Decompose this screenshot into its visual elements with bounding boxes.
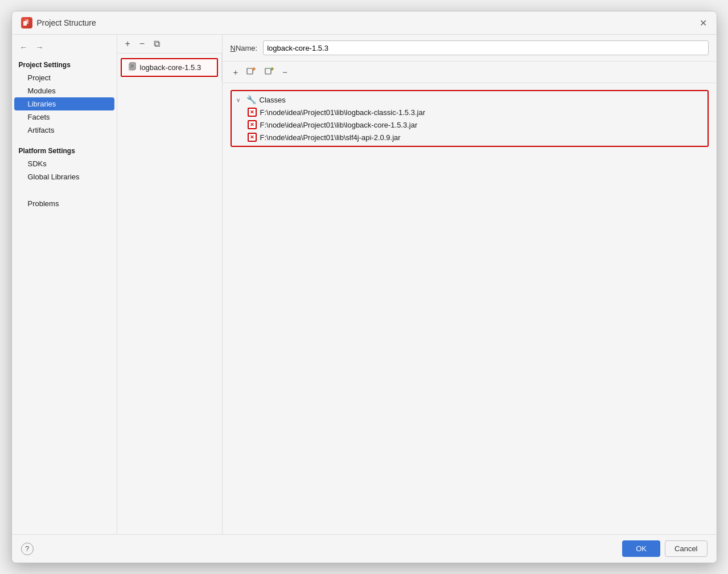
jar-entry-2[interactable]: ✕ F:\node\idea\Project01\lib\slf4j-api-2… [245,131,705,144]
jar-entry-0[interactable]: ✕ F:\node\idea\Project01\lib\logback-cla… [245,106,705,118]
split-container: + − ⧉ [117,35,717,534]
project-structure-dialog: Project Structure ✕ ← → Project Settings… [11,11,717,563]
classes-label: Classes [260,96,286,104]
content-area: NName: + [223,35,717,534]
dialog-title: Project Structure [37,18,96,27]
jar-entry-1[interactable]: ✕ F:\node\idea\Project01\lib\logback-cor… [245,118,705,131]
help-button[interactable]: ? [21,543,34,555]
sidebar-nav: ← → [12,39,117,58]
library-item-logback-core[interactable]: logback-core-1.5.3 [121,58,218,77]
sidebar-item-facets[interactable]: Facets [12,110,117,124]
expand-chevron: ∨ [236,97,243,103]
remove-library-button[interactable]: − [136,38,148,50]
close-button[interactable]: ✕ [700,19,708,27]
sidebar-item-artifacts[interactable]: Artifacts [12,124,117,137]
back-button[interactable]: ← [18,42,30,53]
sidebar-item-libraries[interactable]: Libraries [14,97,114,110]
name-label: NName: [231,44,258,52]
add-library-button[interactable]: + [122,38,134,50]
tree-area: ∨ 🔧 Classes ✕ F:\node\idea\Project01\lib… [223,83,717,534]
jar-icon-0: ✕ [248,108,257,117]
classes-node[interactable]: ∨ 🔧 Classes [234,93,705,106]
classes-children: ✕ F:\node\idea\Project01\lib\logback-cla… [234,106,705,144]
bottom-bar: ? OK Cancel [12,534,717,563]
action-buttons: OK Cancel [622,540,707,557]
jar-path-0: F:\node\idea\Project01\lib\logback-class… [260,108,425,117]
copy-library-button[interactable]: ⧉ [150,38,163,50]
title-left: Project Structure [21,17,96,28]
ok-button[interactable]: OK [622,540,660,557]
name-input[interactable] [263,40,708,55]
forward-button[interactable]: → [34,42,46,53]
jar-path-1: F:\node\idea\Project01\lib\logback-core-… [260,121,418,129]
add-native-button[interactable] [261,65,277,79]
jar-icon-1: ✕ [248,120,257,129]
sidebar-item-project[interactable]: Project [12,71,117,84]
remove-entry-button[interactable]: − [279,66,290,78]
jar-icon-2: ✕ [248,133,257,142]
right-panel: + − ⧉ [117,35,717,534]
add-classes-button[interactable] [243,65,259,79]
svg-rect-8 [247,68,253,74]
classes-icon: 🔧 [246,95,256,104]
title-bar: Project Structure ✕ [12,11,717,35]
name-label-text: N [231,44,236,52]
classes-section: ∨ 🔧 Classes ✕ F:\node\idea\Project01\lib… [231,90,709,147]
library-item-name: logback-core-1.5.3 [140,63,201,72]
svg-rect-11 [265,68,271,74]
project-settings-header: Project Settings [12,58,117,71]
sidebar-item-sdks[interactable]: SDKs [12,157,117,170]
jar-path-2: F:\node\idea\Project01\lib\slf4j-api-2.0… [260,133,401,142]
left-toolbar: + − ⧉ [117,35,222,54]
platform-settings-header: Platform Settings [12,144,117,157]
name-row: NName: [223,35,717,62]
sidebar: ← → Project Settings Project Modules Lib… [12,35,117,534]
cancel-button[interactable]: Cancel [665,540,707,557]
main-content: ← → Project Settings Project Modules Lib… [12,35,717,534]
library-list: logback-core-1.5.3 [117,54,222,81]
content-toolbar: + [223,62,717,83]
sidebar-item-modules[interactable]: Modules [12,84,117,97]
app-icon [21,17,32,28]
sidebar-item-global-libraries[interactable]: Global Libraries [12,170,117,183]
library-icon [127,62,137,73]
library-list-panel: + − ⧉ [117,35,223,534]
add-entry-button[interactable]: + [231,66,241,78]
svg-rect-2 [24,20,27,20]
sidebar-item-problems[interactable]: Problems [12,197,117,210]
